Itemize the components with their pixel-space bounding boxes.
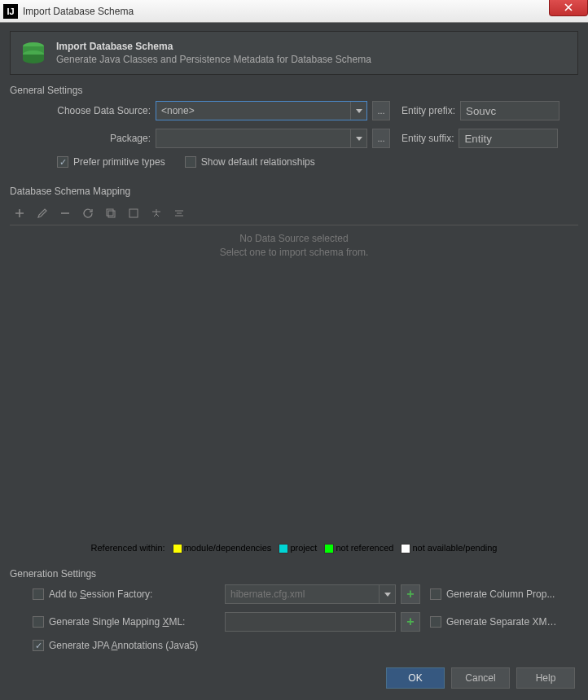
- session-factory-combo[interactable]: hibernate.cfg.xml: [225, 584, 396, 604]
- edit-icon[interactable]: [36, 207, 49, 220]
- database-import-icon: [20, 40, 46, 66]
- generate-separate-xml-checkbox[interactable]: Generate Separate XML...: [430, 616, 560, 628]
- data-source-browse-button[interactable]: ...: [372, 101, 390, 120]
- svg-rect-4: [129, 209, 138, 217]
- single-xml-input[interactable]: [225, 612, 396, 632]
- header-subtitle: Generate Java Classes and Persistence Me…: [56, 54, 371, 65]
- checkbox-icon: [33, 616, 44, 628]
- package-browse-button[interactable]: ...: [372, 129, 390, 148]
- generate-column-properties-checkbox[interactable]: Generate Column Prop...: [430, 588, 560, 600]
- general-settings: Choose Data Source: <none> ... Entity pr…: [10, 101, 578, 176]
- entity-suffix-input[interactable]: [459, 129, 558, 148]
- help-button[interactable]: Help: [516, 667, 575, 689]
- app-icon: IJ: [3, 4, 18, 19]
- swatch-module: [173, 544, 182, 553]
- titlebar: IJ Import Database Schema: [0, 0, 588, 23]
- swatch-project: [279, 544, 288, 553]
- general-settings-label: General Settings: [10, 85, 578, 96]
- legend-na: not available/pending: [412, 543, 497, 553]
- svg-rect-3: [108, 211, 115, 217]
- close-icon: [564, 3, 573, 11]
- empty-line-2: Select one to import schema from.: [10, 246, 578, 260]
- data-source-label: Choose Data Source:: [33, 105, 151, 116]
- swatch-notref: [324, 544, 334, 553]
- checkbox-icon: [430, 616, 441, 628]
- refresh-icon[interactable]: [81, 207, 94, 220]
- checkbox-icon: [33, 640, 44, 651]
- schema-mapping-label: Database Schema Mapping: [10, 186, 578, 197]
- expand-all-icon[interactable]: [150, 207, 163, 220]
- entity-prefix-label: Entity prefix:: [402, 105, 455, 116]
- ok-button[interactable]: OK: [386, 667, 445, 689]
- prefer-primitive-label: Prefer primitive types: [73, 156, 165, 168]
- cancel-button[interactable]: Cancel: [451, 667, 510, 689]
- show-default-rel-label: Show default relationships: [201, 156, 315, 168]
- window-close-button[interactable]: [549, 0, 588, 16]
- add-session-factory-checkbox[interactable]: Add to Session Factory:: [33, 588, 220, 600]
- window-title: Import Database Schema: [23, 6, 134, 17]
- package-label: Package:: [33, 133, 151, 144]
- svg-rect-2: [107, 209, 113, 216]
- entity-suffix-label: Entity suffix:: [402, 133, 454, 144]
- swatch-na: [401, 544, 410, 553]
- prefer-primitive-checkbox[interactable]: Prefer primitive types: [57, 156, 165, 168]
- legend-notref: not referenced: [336, 543, 393, 553]
- legend: Referenced within: module/dependencies p…: [10, 540, 578, 558]
- data-source-combo[interactable]: <none>: [156, 101, 367, 120]
- gen-col-prop-label: Generate Column Prop...: [446, 588, 555, 600]
- chevron-down-icon[interactable]: [350, 102, 366, 120]
- schema-table: No Data Source selected Select one to im…: [10, 225, 578, 540]
- add-session-factory-button[interactable]: +: [401, 584, 420, 604]
- checkbox-icon: [57, 156, 68, 168]
- generate-jpa-annotations-checkbox[interactable]: Generate JPA Annotations (Java5): [33, 640, 198, 651]
- legend-prefix: Referenced within:: [91, 543, 165, 553]
- add-icon[interactable]: [13, 207, 26, 220]
- session-factory-value: hibernate.cfg.xml: [226, 588, 379, 600]
- copy-icon[interactable]: [104, 207, 117, 220]
- chevron-down-icon[interactable]: [379, 585, 395, 603]
- add-session-factory-label: Add to Session Factory:: [49, 588, 152, 600]
- data-source-value: <none>: [156, 105, 350, 116]
- collapse-icon[interactable]: [127, 207, 140, 220]
- remove-icon[interactable]: [59, 207, 72, 220]
- generate-single-xml-checkbox[interactable]: Generate Single Mapping XML:: [33, 616, 220, 628]
- header-title: Import Database Schema: [56, 41, 371, 52]
- dialog-body: Import Database Schema Generate Java Cla…: [0, 23, 588, 700]
- legend-project: project: [290, 543, 317, 553]
- gen-separate-xml-label: Generate Separate XML...: [446, 616, 560, 628]
- gen-jpa-label: Generate JPA Annotations (Java5): [49, 640, 198, 651]
- schema-toolbar: [10, 202, 578, 225]
- checkbox-icon: [185, 156, 196, 168]
- checkbox-icon: [33, 588, 44, 600]
- dialog-footer: OK Cancel Help: [10, 659, 578, 692]
- chevron-down-icon[interactable]: [350, 129, 366, 147]
- generation-settings: Add to Session Factory: hibernate.cfg.xm…: [10, 584, 578, 659]
- legend-module: module/dependencies: [184, 543, 272, 553]
- empty-state-message: No Data Source selected Select one to im…: [10, 232, 578, 260]
- generation-settings-label: Generation Settings: [10, 568, 578, 580]
- gen-single-xml-label: Generate Single Mapping XML:: [49, 616, 185, 628]
- package-combo[interactable]: [156, 129, 367, 148]
- checkbox-icon: [430, 588, 441, 600]
- header-panel: Import Database Schema Generate Java Cla…: [10, 31, 578, 75]
- show-default-relationships-checkbox[interactable]: Show default relationships: [185, 156, 315, 168]
- collapse-all-icon[interactable]: [173, 207, 186, 220]
- empty-line-1: No Data Source selected: [10, 232, 578, 246]
- entity-prefix-input[interactable]: [460, 101, 559, 120]
- add-single-xml-button[interactable]: +: [401, 612, 420, 632]
